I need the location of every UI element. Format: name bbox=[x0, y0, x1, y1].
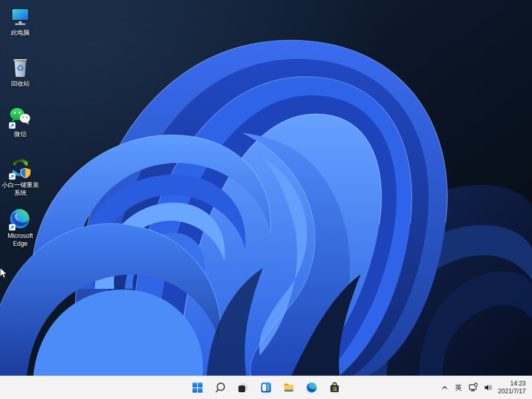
speaker-icon bbox=[483, 382, 494, 393]
desktop-icon-this-pc[interactable]: 此电脑 bbox=[0, 4, 41, 37]
monitor-icon bbox=[9, 5, 32, 28]
taskbar-center-buttons bbox=[187, 377, 345, 398]
search-button[interactable] bbox=[210, 377, 231, 398]
desktop-icon-recycle-bin[interactable]: ♻ 回收站 bbox=[0, 55, 41, 88]
desktop-icon-xiaobai-reinstall[interactable]: 小白一键重装 系统 bbox=[0, 156, 41, 197]
edge-icon bbox=[305, 381, 318, 394]
desktop-icon-wechat[interactable]: 微信 bbox=[0, 105, 41, 138]
network-button[interactable] bbox=[466, 378, 481, 397]
task-view-icon bbox=[237, 381, 249, 394]
ime-indicator[interactable]: 英 bbox=[452, 378, 466, 397]
taskbar: 英 bbox=[0, 376, 532, 399]
desktop-icon-microsoft-edge[interactable]: Microsoft Edge bbox=[0, 207, 41, 248]
shortcut-arrow-icon bbox=[9, 224, 16, 231]
search-icon bbox=[214, 381, 227, 394]
tray-time: 14:23 bbox=[498, 380, 526, 388]
edge-browser-button[interactable] bbox=[301, 377, 322, 398]
store-icon bbox=[328, 381, 341, 394]
file-explorer-icon bbox=[283, 381, 295, 394]
recycle-bin-icon: ♻ bbox=[9, 56, 32, 78]
widgets-button[interactable] bbox=[256, 377, 276, 398]
ime-label: 英 bbox=[455, 383, 462, 392]
windows-start-icon bbox=[191, 381, 204, 394]
shortcut-arrow-icon bbox=[9, 173, 16, 180]
start-button[interactable] bbox=[187, 377, 208, 398]
icon-label: 回收站 bbox=[11, 80, 30, 88]
shortcut-arrow-icon bbox=[9, 122, 16, 129]
tray-date: 2021/7/17 bbox=[498, 388, 526, 395]
file-explorer-button[interactable] bbox=[278, 377, 299, 398]
task-view-button[interactable] bbox=[233, 377, 254, 398]
recycle-arrows-glyph: ♻ bbox=[16, 63, 24, 73]
tray-chevron-button[interactable] bbox=[438, 378, 451, 397]
desktop: 此电脑 ♻ 回收站 bbox=[0, 0, 532, 399]
volume-button[interactable] bbox=[481, 378, 496, 397]
system-tray: 英 bbox=[438, 376, 530, 399]
widgets-icon bbox=[260, 381, 272, 394]
icon-label: 此电脑 bbox=[11, 29, 30, 37]
icon-label: Microsoft Edge bbox=[8, 232, 33, 248]
ethernet-icon bbox=[468, 382, 478, 393]
wallpaper-bloom-image bbox=[0, 0, 532, 376]
icon-label: 微信 bbox=[14, 130, 26, 138]
chevron-up-icon bbox=[441, 383, 449, 392]
store-button[interactable] bbox=[324, 377, 345, 398]
icon-label: 小白一键重装 系统 bbox=[2, 181, 39, 197]
clock[interactable]: 14:23 2021/7/17 bbox=[496, 378, 530, 397]
arrow-cursor-icon bbox=[0, 268, 8, 279]
